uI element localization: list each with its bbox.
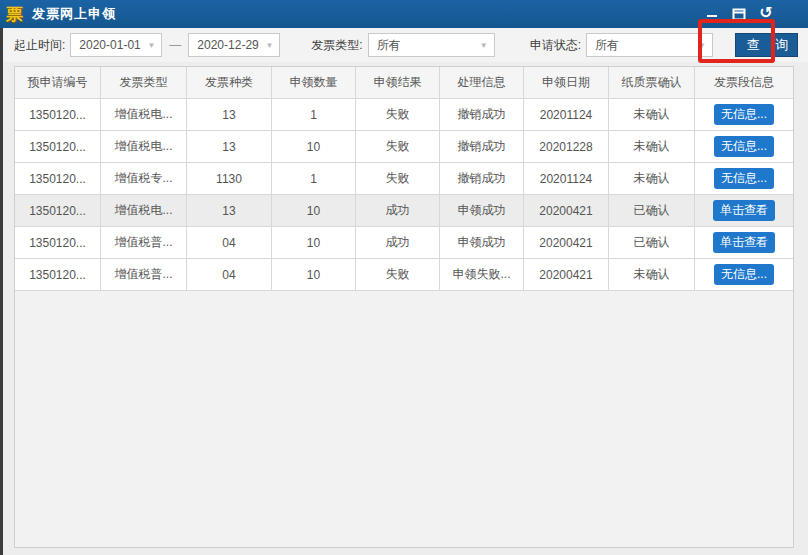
table-cell-action: 无信息... (695, 163, 793, 195)
app-logo-icon: 票 (6, 6, 23, 23)
table-cell-id: 1350120... (15, 99, 101, 131)
back-button[interactable]: ↺ (758, 6, 774, 22)
col-header-segment-info: 发票段信息 (695, 67, 793, 99)
chevron-down-icon: ▼ (147, 41, 155, 50)
table-cell-qty: 10 (272, 131, 356, 163)
col-header-pre-apply-id: 预申请编号 (15, 67, 101, 99)
table-cell-date: 20200421 (524, 195, 609, 227)
table-cell-qty: 10 (272, 259, 356, 291)
table-cell-kind: 13 (187, 99, 272, 131)
window-title: 发票网上申领 (32, 5, 116, 23)
table-cell-id: 1350120... (15, 131, 101, 163)
col-header-apply-result: 申领结果 (356, 67, 440, 99)
table-cell-paper: 未确认 (609, 259, 695, 291)
maximize-button[interactable] (731, 6, 747, 22)
table-cell-type: 增值税普... (101, 259, 187, 291)
table-cell-date: 20201124 (524, 99, 609, 131)
date-range-label: 起止时间: (14, 37, 65, 54)
invoice-segment-info-button[interactable]: 无信息... (714, 168, 774, 189)
table-cell-date: 20201124 (524, 163, 609, 195)
table-cell-action: 无信息... (695, 259, 793, 291)
table-cell-info: 撤销成功 (440, 131, 524, 163)
invoice-segment-info-button[interactable]: 单击查看 (713, 200, 775, 221)
title-bar: 票 发票网上申领 ↺ (0, 0, 808, 28)
chevron-down-icon: ▼ (480, 41, 488, 50)
app-window: 票 发票网上申领 ↺ 起止时间: 2020-01-01 ▼ — 2020-12-… (0, 0, 808, 555)
table-cell-info: 撤销成功 (440, 163, 524, 195)
apply-status-value: 所有 (595, 37, 619, 54)
end-date-value: 2020-12-29 (197, 38, 258, 52)
window-controls: ↺ (704, 6, 800, 22)
main-content: 预申请编号 发票类型 发票种类 申领数量 申领结果 处理信息 申领日期 纸质票确… (0, 62, 808, 555)
table-cell-id: 1350120... (15, 259, 101, 291)
invoice-segment-info-button[interactable]: 单击查看 (713, 232, 775, 253)
invoice-type-select[interactable]: 所有 ▼ (368, 33, 495, 57)
table-cell-type: 增值税专... (101, 163, 187, 195)
table-cell-action: 无信息... (695, 131, 793, 163)
table-cell-paper: 未确认 (609, 99, 695, 131)
table-cell-info: 申领成功 (440, 195, 524, 227)
table-cell-id: 1350120... (15, 195, 101, 227)
table-cell-result: 失败 (356, 99, 440, 131)
col-header-paper-confirm: 纸质票确认 (609, 67, 695, 99)
start-date-value: 2020-01-01 (79, 38, 140, 52)
table-cell-paper: 已确认 (609, 195, 695, 227)
table-cell-date: 20201228 (524, 131, 609, 163)
table-cell-info: 申领成功 (440, 227, 524, 259)
table-cell-type: 增值税电... (101, 99, 187, 131)
apply-status-select[interactable]: 所有 ▼ (586, 33, 713, 57)
col-header-apply-qty: 申领数量 (272, 67, 356, 99)
minimize-icon (706, 8, 718, 20)
col-header-invoice-kind: 发票种类 (187, 67, 272, 99)
query-button[interactable]: 查 询 (735, 33, 798, 57)
table-cell-date: 20200421 (524, 227, 609, 259)
table-cell-paper: 未确认 (609, 131, 695, 163)
table-panel: 预申请编号 发票类型 发票种类 申领数量 申领结果 处理信息 申领日期 纸质票确… (14, 66, 794, 548)
invoice-segment-info-button[interactable]: 无信息... (714, 104, 774, 125)
table-cell-action: 单击查看 (695, 227, 793, 259)
table-cell-kind: 04 (187, 227, 272, 259)
table-cell-type: 增值税电... (101, 195, 187, 227)
chevron-down-icon: ▼ (698, 41, 706, 50)
table-cell-result: 失败 (356, 163, 440, 195)
filter-bar: 起止时间: 2020-01-01 ▼ — 2020-12-29 ▼ 发票类型: … (0, 28, 808, 62)
table-cell-action: 无信息... (695, 99, 793, 131)
table-cell-qty: 10 (272, 227, 356, 259)
table-cell-info: 申领失败... (440, 259, 524, 291)
date-separator: — (169, 38, 181, 52)
table-cell-info: 撤销成功 (440, 99, 524, 131)
invoice-type-value: 所有 (377, 37, 401, 54)
start-date-select[interactable]: 2020-01-01 ▼ (70, 33, 162, 57)
table-cell-result: 成功 (356, 195, 440, 227)
table-cell-qty: 10 (272, 195, 356, 227)
table-cell-kind: 1130 (187, 163, 272, 195)
back-arrow-icon: ↺ (759, 5, 772, 21)
table-cell-paper: 未确认 (609, 163, 695, 195)
maximize-icon (732, 8, 746, 21)
invoice-segment-info-button[interactable]: 无信息... (714, 136, 774, 157)
chevron-down-icon: ▼ (265, 41, 273, 50)
table-cell-id: 1350120... (15, 163, 101, 195)
invoice-segment-info-button[interactable]: 无信息... (714, 264, 774, 285)
invoice-table: 预申请编号 发票类型 发票种类 申领数量 申领结果 处理信息 申领日期 纸质票确… (15, 67, 793, 291)
table-cell-kind: 13 (187, 131, 272, 163)
apply-status-label: 申请状态: (530, 37, 581, 54)
table-cell-qty: 1 (272, 99, 356, 131)
end-date-select[interactable]: 2020-12-29 ▼ (188, 33, 280, 57)
table-cell-kind: 13 (187, 195, 272, 227)
table-cell-kind: 04 (187, 259, 272, 291)
col-header-process-info: 处理信息 (440, 67, 524, 99)
table-cell-type: 增值税电... (101, 131, 187, 163)
table-cell-paper: 已确认 (609, 227, 695, 259)
col-header-invoice-type: 发票类型 (101, 67, 187, 99)
invoice-type-label: 发票类型: (311, 37, 362, 54)
table-cell-date: 20200421 (524, 259, 609, 291)
table-cell-result: 失败 (356, 259, 440, 291)
table-cell-type: 增值税普... (101, 227, 187, 259)
table-cell-id: 1350120... (15, 227, 101, 259)
table-cell-action: 单击查看 (695, 195, 793, 227)
table-cell-result: 成功 (356, 227, 440, 259)
table-cell-result: 失败 (356, 131, 440, 163)
table-cell-qty: 1 (272, 163, 356, 195)
minimize-button[interactable] (704, 6, 720, 22)
